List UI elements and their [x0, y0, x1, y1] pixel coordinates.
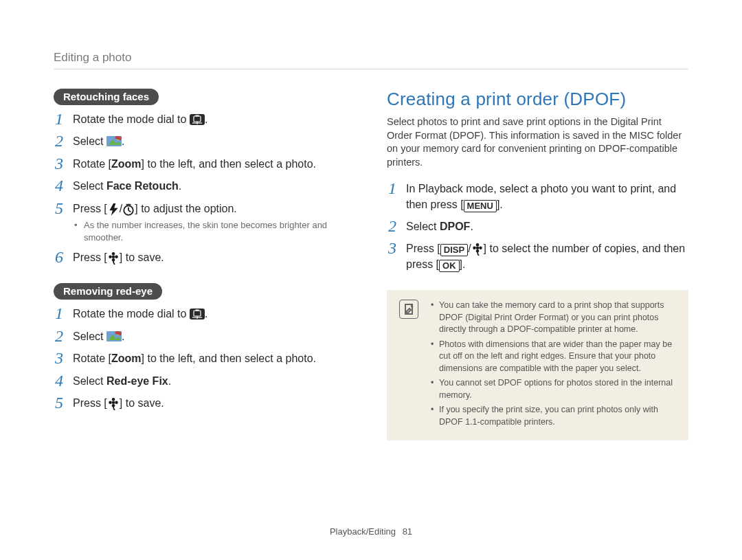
step: Select Red-eye Fix.	[54, 374, 355, 389]
step-bold: DPOF	[440, 221, 470, 232]
step: Rotate the mode dial to .	[54, 306, 355, 322]
step-text: ] to save.	[120, 397, 164, 409]
timer-icon	[122, 203, 135, 214]
footer-page-number: 81	[403, 526, 412, 537]
step-text: .	[168, 375, 171, 387]
step-bold: Red-eye Fix	[106, 375, 168, 387]
step-text: ] to save.	[120, 251, 164, 263]
section-title: Creating a print order (DPOF)	[387, 89, 688, 110]
flash-icon	[107, 203, 120, 214]
step: In Playback mode, select a photo you wan…	[387, 181, 688, 212]
step: Select Face Retouch.	[54, 179, 355, 194]
step-text: .	[205, 308, 207, 320]
pill-removing-red-eye: Removing red-eye	[54, 283, 162, 300]
step-text: .	[122, 331, 124, 342]
right-column: Creating a print order (DPOF) Select pho…	[387, 89, 688, 440]
step: Press [] to save.	[54, 250, 355, 265]
note-item: You can take the memory card to a print …	[431, 300, 675, 336]
step: Rotate the mode dial to .	[54, 112, 355, 127]
step-text: .	[205, 113, 207, 125]
step: Select DPOF.	[387, 219, 688, 234]
step: Select .	[54, 329, 355, 344]
step: Press [/] to adjust the option. As the n…	[54, 201, 355, 243]
step-text: Rotate the mode dial to	[73, 113, 190, 125]
manual-page: Editing a photo Retouching faces Rotate …	[0, 0, 742, 560]
step-bold: Zoom	[111, 352, 142, 364]
page-footer: Playback/Editing 81	[0, 526, 742, 537]
step-text: Press [	[73, 397, 107, 409]
note-icon	[399, 300, 418, 319]
menu-button-icon: MENU	[464, 200, 497, 212]
step: Rotate [Zoom] to the left, and then sele…	[54, 157, 355, 172]
note-box: You can take the memory card to a print …	[387, 290, 688, 440]
flower-icon	[107, 398, 120, 409]
step-text: Press [	[406, 243, 440, 254]
step-text: Select	[73, 331, 106, 342]
mode-dial-icon	[190, 309, 205, 320]
picture-edit-icon	[106, 331, 122, 342]
step-text: Select	[73, 375, 106, 387]
step: Press [] to save.	[54, 396, 355, 411]
step-text: ] to adjust the option.	[135, 203, 237, 214]
step-text: .	[179, 180, 181, 192]
step-text: Press [	[73, 251, 107, 263]
note-list: You can take the memory card to a print …	[431, 300, 675, 428]
step-bold: Zoom	[111, 158, 142, 170]
content-columns: Retouching faces Rotate the mode dial to…	[54, 89, 688, 440]
picture-edit-icon	[106, 136, 122, 147]
step-text: ] to the left, and then select a photo.	[142, 158, 316, 170]
step: Press [DISP/] to select the number of co…	[387, 241, 688, 272]
flower-icon	[471, 243, 484, 254]
step: Select .	[54, 134, 355, 149]
flower-icon	[107, 252, 120, 263]
footer-section: Playback/Editing	[330, 526, 396, 537]
step-text: ] to the left, and then select a photo.	[142, 352, 316, 364]
step-subnote: As the number increases, the skin tone b…	[73, 219, 355, 243]
step-text: ].	[497, 199, 503, 210]
note-item: If you specify the print size, you can p…	[431, 404, 675, 428]
note-item: You cannot set DPOF options for photos s…	[431, 377, 675, 401]
step-text: In Playback mode, select a photo you wan…	[406, 183, 676, 210]
disp-button-icon: DISP	[440, 244, 468, 256]
step-text: Select	[73, 180, 106, 192]
step-text: Press [	[73, 203, 107, 214]
steps-retouching-faces: Rotate the mode dial to . Select . Rotat…	[54, 112, 355, 265]
step-text: ].	[460, 258, 466, 270]
step-text: Rotate the mode dial to	[73, 308, 190, 320]
step-text: Rotate [	[73, 352, 111, 364]
pill-retouching-faces: Retouching faces	[54, 89, 159, 105]
step-bold: Face Retouch	[106, 180, 179, 192]
note-item: Photos with dimensions that are wider th…	[431, 339, 675, 375]
step: Rotate [Zoom] to the left, and then sele…	[54, 351, 355, 366]
left-column: Retouching faces Rotate the mode dial to…	[54, 89, 355, 440]
ok-button-icon: OK	[439, 260, 460, 272]
step-text: .	[470, 221, 473, 232]
step-text: Select	[73, 135, 106, 147]
steps-dpof: In Playback mode, select a photo you wan…	[387, 181, 688, 272]
step-text: .	[122, 135, 124, 147]
step-text: Rotate [	[73, 158, 111, 170]
section-intro: Select photos to print and save print op…	[387, 115, 688, 169]
mode-dial-icon	[190, 114, 205, 125]
breadcrumb: Editing a photo	[54, 51, 688, 69]
steps-removing-red-eye: Rotate the mode dial to . Select . Rotat…	[54, 306, 355, 411]
step-text: Select	[406, 221, 440, 232]
